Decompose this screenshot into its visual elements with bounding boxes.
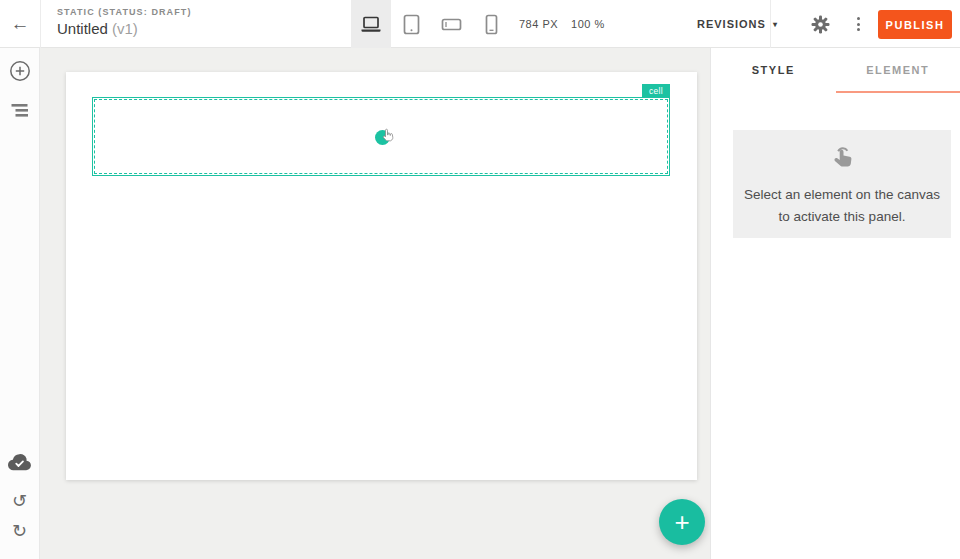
chevron-down-icon: ▾ xyxy=(773,20,778,29)
outline-list-icon xyxy=(11,103,29,118)
revisions-label: REVISIONS xyxy=(697,18,766,30)
plus-circle-icon xyxy=(9,60,31,82)
panel-placeholder-text: Select an element on the canvas to activ… xyxy=(733,184,951,228)
page-canvas[interactable]: cell xyxy=(66,72,697,480)
tablet-icon xyxy=(403,14,420,35)
publish-button[interactable]: PUBLISH xyxy=(878,10,952,39)
desktop-icon xyxy=(360,15,382,34)
inspector-tabs: STYLE ELEMENT xyxy=(711,48,960,93)
add-element-fab[interactable]: + xyxy=(659,499,705,545)
panel-placeholder: Select an element on the canvas to activ… xyxy=(733,130,951,238)
kebab-icon xyxy=(857,23,860,26)
undo-icon: ↺ xyxy=(12,490,27,512)
topbar-divider xyxy=(40,0,41,48)
phone-portrait-icon xyxy=(485,14,498,35)
page-title: Untitled (v1) xyxy=(57,20,192,37)
editor-workspace: cell + xyxy=(40,48,710,559)
selected-cell[interactable]: cell xyxy=(92,97,670,176)
placeholder-line-1: Select an element on the canvas xyxy=(733,184,951,206)
placeholder-line-2: to activate this panel. xyxy=(733,206,951,228)
status-label: STATIC (STATUS: DRAFT) xyxy=(57,7,192,17)
topbar-divider xyxy=(770,0,771,48)
viewport-size-info: 784 PX 100 % xyxy=(519,0,605,48)
left-toolbar: ↺ ↻ xyxy=(0,48,40,559)
tap-hand-icon xyxy=(828,143,856,173)
document-title-block: STATIC (STATUS: DRAFT) Untitled (v1) xyxy=(57,7,192,37)
device-desktop-button[interactable] xyxy=(351,0,391,48)
tab-style[interactable]: STYLE xyxy=(711,48,836,93)
cell-badge: cell xyxy=(642,84,670,98)
viewport-width-value: 784 PX xyxy=(519,18,558,30)
undo-button[interactable]: ↺ xyxy=(0,487,39,515)
device-phone-landscape-button[interactable] xyxy=(431,0,471,48)
back-arrow-icon: ← xyxy=(11,13,30,35)
outline-structure-button[interactable] xyxy=(0,96,39,124)
document-version: (v1) xyxy=(112,20,138,37)
inspector-panel: STYLE ELEMENT Select an element on the c… xyxy=(710,48,960,559)
gear-icon xyxy=(811,15,830,34)
add-section-button[interactable] xyxy=(0,57,39,85)
device-preview-switcher xyxy=(351,0,511,48)
back-button[interactable]: ← xyxy=(0,0,40,48)
redo-button[interactable]: ↻ xyxy=(0,517,39,545)
cloud-check-icon xyxy=(8,452,31,475)
phone-landscape-icon xyxy=(441,18,462,31)
document-name: Untitled xyxy=(57,20,108,37)
device-tablet-button[interactable] xyxy=(391,0,431,48)
more-options-button[interactable] xyxy=(843,0,873,48)
kebab-icon xyxy=(857,17,860,20)
kebab-icon xyxy=(857,28,860,31)
redo-icon: ↻ xyxy=(12,520,27,542)
revisions-dropdown[interactable]: REVISIONS ▾ xyxy=(697,0,778,48)
settings-button[interactable] xyxy=(802,0,838,48)
zoom-level-value: 100 % xyxy=(571,18,605,30)
saved-status-indicator xyxy=(0,449,39,477)
device-phone-portrait-button[interactable] xyxy=(471,0,511,48)
topbar: ← STATIC (STATUS: DRAFT) Untitled (v1) xyxy=(0,0,960,48)
tab-element[interactable]: ELEMENT xyxy=(836,48,960,93)
